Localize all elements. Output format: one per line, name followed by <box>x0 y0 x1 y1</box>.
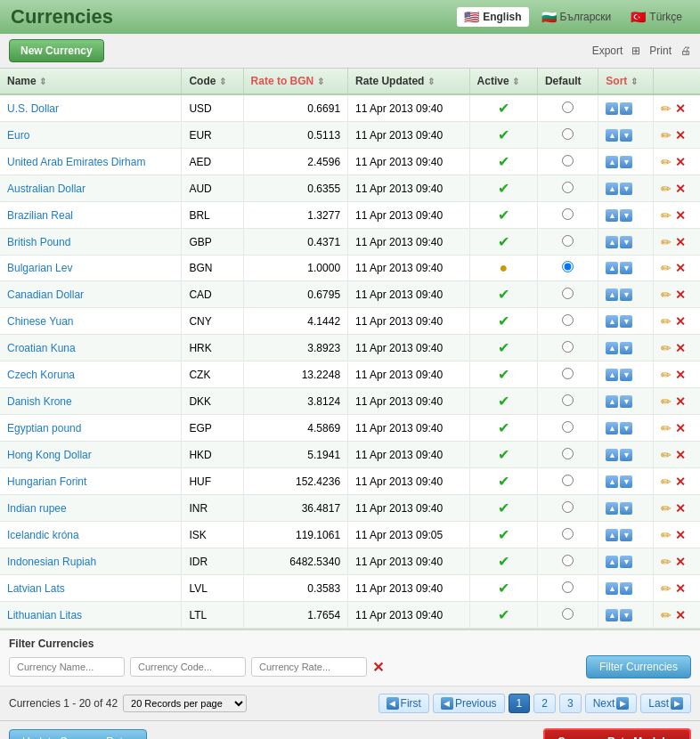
edit-button[interactable]: ✏ <box>661 608 672 622</box>
new-currency-button[interactable]: New Currency <box>9 39 104 62</box>
sort-up-button[interactable]: ▲ <box>606 449 618 461</box>
default-radio[interactable] <box>562 155 574 166</box>
delete-button[interactable]: ✕ <box>675 608 686 622</box>
filter-currencies-button[interactable]: Filter Currencies <box>586 655 691 678</box>
lang-bulgarian[interactable]: 🇧🇬 Български <box>534 7 619 27</box>
updated-sort-icon[interactable]: ⇕ <box>427 77 435 86</box>
edit-button[interactable]: ✏ <box>661 555 672 569</box>
sort-down-button[interactable]: ▼ <box>620 183 632 195</box>
delete-button[interactable]: ✕ <box>675 475 686 489</box>
sort-down-button[interactable]: ▼ <box>620 315 632 328</box>
delete-button[interactable]: ✕ <box>675 528 686 542</box>
edit-button[interactable]: ✏ <box>661 528 672 542</box>
active-sort-icon[interactable]: ⇕ <box>512 77 519 86</box>
last-page-button[interactable]: Last ▶ <box>640 694 691 713</box>
sort-down-button[interactable]: ▼ <box>620 102 632 115</box>
first-page-button[interactable]: ◀ First <box>378 694 429 713</box>
sort-down-button[interactable]: ▼ <box>620 236 632 248</box>
filter-code-input[interactable] <box>130 657 246 677</box>
delete-button[interactable]: ✕ <box>675 448 686 462</box>
delete-button[interactable]: ✕ <box>675 182 686 196</box>
filter-name-input[interactable] <box>9 657 125 677</box>
currency-name-link[interactable]: Hong Kong Dollar <box>7 449 92 461</box>
delete-button[interactable]: ✕ <box>675 555 686 569</box>
edit-button[interactable]: ✏ <box>661 581 672 596</box>
delete-button[interactable]: ✕ <box>675 288 686 302</box>
prev-page-button[interactable]: ◀ Previous <box>433 694 505 713</box>
sort-up-button[interactable]: ▲ <box>606 582 618 595</box>
sort-up-button[interactable]: ▲ <box>606 369 618 381</box>
edit-button[interactable]: ✏ <box>661 102 672 116</box>
sort-down-button[interactable]: ▼ <box>620 529 632 541</box>
sort-up-button[interactable]: ▲ <box>606 395 618 408</box>
sort-up-button[interactable]: ▲ <box>606 288 618 301</box>
edit-button[interactable]: ✏ <box>661 288 672 302</box>
currency-name-link[interactable]: U.S. Dollar <box>7 102 59 115</box>
sort-down-button[interactable]: ▼ <box>620 449 632 461</box>
sort-down-button[interactable]: ▼ <box>620 422 632 434</box>
update-currency-rates-button[interactable]: Update Currency Rates <box>9 729 147 739</box>
currency-name-link[interactable]: Czech Koruna <box>7 369 75 381</box>
currency-name-link[interactable]: Egyptian pound <box>7 422 81 434</box>
sort-up-button[interactable]: ▲ <box>606 556 618 568</box>
currency-rate-modules-button[interactable]: Currency Rate Modules <box>543 728 691 739</box>
currency-name-link[interactable]: Indonesian Rupiah <box>7 556 96 568</box>
default-radio[interactable] <box>562 261 574 272</box>
lang-turkish[interactable]: 🇹🇷 Türkçe <box>623 7 689 27</box>
sort-up-button[interactable]: ▲ <box>606 529 618 541</box>
currency-name-link[interactable]: Indian rupee <box>7 502 67 515</box>
delete-button[interactable]: ✕ <box>675 155 686 169</box>
sort-down-button[interactable]: ▼ <box>620 262 632 274</box>
edit-button[interactable]: ✏ <box>661 394 672 409</box>
sort-up-button[interactable]: ▲ <box>606 183 618 195</box>
edit-button[interactable]: ✏ <box>661 208 672 223</box>
page-3-button[interactable]: 3 <box>559 694 582 713</box>
currency-name-link[interactable]: Australian Dollar <box>7 183 85 195</box>
currency-name-link[interactable]: Brazilian Real <box>7 209 73 222</box>
delete-button[interactable]: ✕ <box>675 341 686 355</box>
currency-name-link[interactable]: Latvian Lats <box>7 582 65 595</box>
sort-down-button[interactable]: ▼ <box>620 609 632 621</box>
delete-button[interactable]: ✕ <box>675 501 686 516</box>
export-link[interactable]: Export <box>592 45 623 57</box>
sort-up-button[interactable]: ▲ <box>606 502 618 515</box>
sort-up-button[interactable]: ▲ <box>606 156 618 168</box>
default-radio[interactable] <box>562 475 574 486</box>
sort-up-button[interactable]: ▲ <box>606 475 618 488</box>
currency-name-link[interactable]: Icelandic króna <box>7 529 79 541</box>
sort-down-button[interactable]: ▼ <box>620 556 632 568</box>
sort-down-button[interactable]: ▼ <box>620 502 632 515</box>
rate-sort-icon[interactable]: ⇕ <box>317 77 324 86</box>
default-radio[interactable] <box>562 128 574 140</box>
currency-name-link[interactable]: Euro <box>7 129 29 142</box>
sort-down-button[interactable]: ▼ <box>620 582 632 595</box>
sort-up-button[interactable]: ▲ <box>606 129 618 142</box>
delete-button[interactable]: ✕ <box>675 421 686 435</box>
currency-name-link[interactable]: British Pound <box>7 236 70 248</box>
default-radio[interactable] <box>562 448 574 459</box>
sort-up-button[interactable]: ▲ <box>606 236 618 248</box>
currency-name-link[interactable]: Canadian Dollar <box>7 288 84 301</box>
sort-down-button[interactable]: ▼ <box>620 288 632 301</box>
sort-down-button[interactable]: ▼ <box>620 129 632 142</box>
sort-up-button[interactable]: ▲ <box>606 422 618 434</box>
default-radio[interactable] <box>562 394 574 406</box>
edit-button[interactable]: ✏ <box>661 128 672 142</box>
delete-button[interactable]: ✕ <box>675 102 686 116</box>
sort-down-button[interactable]: ▼ <box>620 209 632 222</box>
edit-button[interactable]: ✏ <box>661 155 672 169</box>
delete-button[interactable]: ✕ <box>675 208 686 223</box>
sort-up-button[interactable]: ▲ <box>606 609 618 621</box>
filter-rate-input[interactable] <box>251 657 367 677</box>
currency-name-link[interactable]: Croatian Kuna <box>7 342 76 354</box>
sort-up-button[interactable]: ▲ <box>606 315 618 328</box>
edit-button[interactable]: ✏ <box>661 182 672 196</box>
delete-button[interactable]: ✕ <box>675 128 686 142</box>
sort-up-button[interactable]: ▲ <box>606 262 618 274</box>
default-radio[interactable] <box>562 182 574 193</box>
default-radio[interactable] <box>562 368 574 379</box>
per-page-select[interactable]: 20 Records per page 50 Records per page … <box>123 694 247 712</box>
code-sort-icon[interactable]: ⇕ <box>219 77 226 86</box>
currency-name-link[interactable]: Chinese Yuan <box>7 315 74 328</box>
edit-button[interactable]: ✏ <box>661 341 672 355</box>
